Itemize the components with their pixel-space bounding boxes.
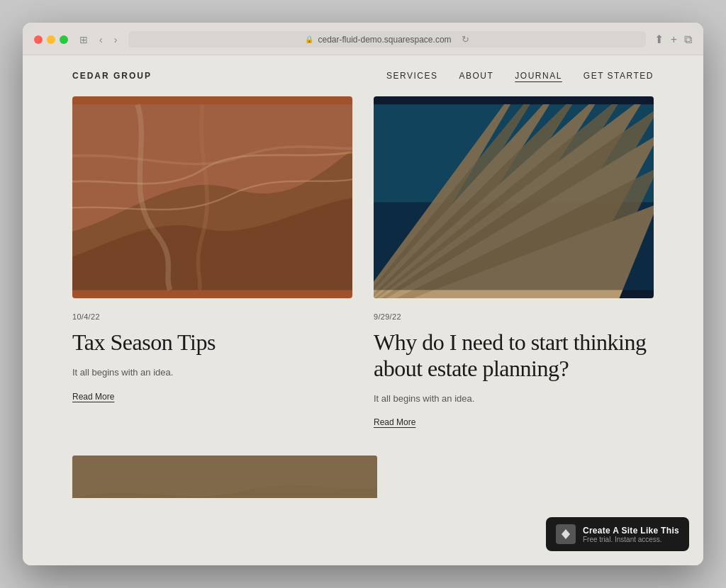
squarespace-logo <box>556 524 576 544</box>
blog-card-1: 10/4/22 Tax Season Tips It all begins wi… <box>72 96 352 427</box>
card-1-date: 10/4/22 <box>72 312 352 321</box>
minimize-button[interactable] <box>47 35 55 44</box>
card-1-title: Tax Season Tips <box>72 329 352 356</box>
card-1-excerpt: It all begins with an idea. <box>72 366 352 380</box>
browser-chrome: ⊞ ‹ › 🔒 cedar-fluid-demo.squarespace.com… <box>23 23 703 55</box>
forward-button[interactable]: › <box>111 33 121 47</box>
squarespace-text-block: Create A Site Like This Free trial. Inst… <box>583 526 679 543</box>
nav-get-started[interactable]: GET STARTED <box>583 71 654 81</box>
card-2-title: Why do I need to start thinking about es… <box>374 329 654 382</box>
fullscreen-button[interactable] <box>60 35 68 44</box>
site-navigation: CEDAR GROUP SERVICES ABOUT JOURNAL GET S… <box>23 55 703 96</box>
card-2-svg <box>374 96 654 298</box>
card-2-date: 9/29/22 <box>374 312 654 321</box>
close-button[interactable] <box>34 35 43 44</box>
card-image-1[interactable] <box>72 96 352 298</box>
nav-journal[interactable]: JOURNAL <box>515 71 562 81</box>
squarespace-sub-text: Free trial. Instant access. <box>583 536 679 543</box>
nav-links: SERVICES ABOUT JOURNAL GET STARTED <box>386 71 654 81</box>
url-text: cedar-fluid-demo.squarespace.com <box>318 35 451 45</box>
card-1-read-more[interactable]: Read More <box>72 392 352 402</box>
traffic-lights <box>34 35 68 44</box>
sidebar-toggle-button[interactable]: ⊞ <box>77 33 91 47</box>
card-image-2[interactable] <box>374 96 654 298</box>
lock-icon: 🔒 <box>305 35 313 43</box>
browser-window: ⊞ ‹ › 🔒 cedar-fluid-demo.squarespace.com… <box>23 23 703 565</box>
share-button[interactable]: ⬆ <box>654 33 664 46</box>
svg-rect-4 <box>374 105 654 290</box>
back-button[interactable]: ‹ <box>96 33 106 47</box>
squarespace-main-text: Create A Site Like This <box>583 526 679 536</box>
bottom-card-image <box>72 456 377 498</box>
bottom-partial-section <box>23 456 703 498</box>
browser-controls: ⊞ ‹ › <box>77 33 120 47</box>
website-content: CEDAR GROUP SERVICES ABOUT JOURNAL GET S… <box>23 55 703 565</box>
bottom-image-svg <box>72 456 377 498</box>
card-2-excerpt: It all begins with an idea. <box>374 392 654 407</box>
site-logo[interactable]: CEDAR GROUP <box>72 71 152 81</box>
nav-about[interactable]: ABOUT <box>459 71 493 81</box>
card-1-svg <box>72 96 352 298</box>
tab-overview-button[interactable]: ⧉ <box>684 33 692 46</box>
new-tab-button[interactable]: + <box>671 33 677 46</box>
nav-services[interactable]: SERVICES <box>386 71 437 81</box>
blog-grid: 10/4/22 Tax Season Tips It all begins wi… <box>23 96 703 456</box>
blog-card-2: 9/29/22 Why do I need to start thinking … <box>374 96 654 427</box>
squarespace-banner[interactable]: Create A Site Like This Free trial. Inst… <box>546 517 689 551</box>
refresh-button[interactable]: ↻ <box>462 34 469 45</box>
browser-actions: ⬆ + ⧉ <box>654 33 692 46</box>
card-2-read-more[interactable]: Read More <box>374 417 654 427</box>
address-bar[interactable]: 🔒 cedar-fluid-demo.squarespace.com ↻ <box>128 31 645 47</box>
